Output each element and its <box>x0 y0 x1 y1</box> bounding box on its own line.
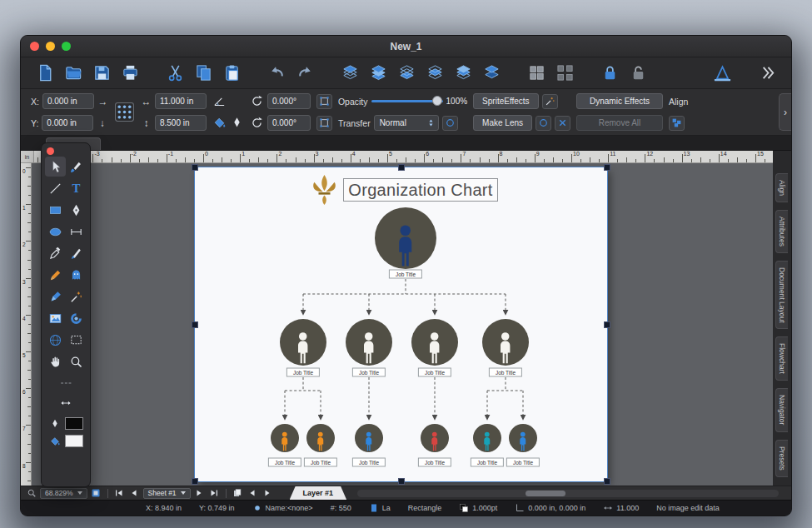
tool-image[interactable] <box>45 308 66 328</box>
tool-select[interactable] <box>45 157 66 177</box>
org-node-label[interactable]: Job Title <box>352 458 386 467</box>
bounds-button-2[interactable] <box>316 116 332 131</box>
bring-to-front-icon[interactable] <box>339 62 361 84</box>
first-sheet-button[interactable] <box>113 487 126 499</box>
stroke-color-swatch[interactable] <box>65 417 83 430</box>
remove-all-button[interactable]: Remove All <box>576 115 663 131</box>
tool-eyedropper[interactable] <box>45 243 66 263</box>
make-lens-button[interactable]: Make Lens <box>473 115 532 131</box>
height-input[interactable]: 8.500 in <box>155 115 207 131</box>
panel-tab-attributes[interactable]: Attributes <box>775 210 788 253</box>
opacity-slider[interactable] <box>371 100 443 102</box>
org-node-label[interactable]: Job Title <box>304 458 337 467</box>
panel-tab-presets[interactable]: Presets <box>775 440 788 477</box>
tool-dimension[interactable] <box>66 222 87 242</box>
org-node-label[interactable]: Job Title <box>268 458 301 467</box>
tool-lasso[interactable] <box>66 330 87 350</box>
horizontal-scrollbar[interactable] <box>357 490 779 497</box>
org-node-label[interactable]: Job Title <box>418 368 451 377</box>
tool-brush[interactable] <box>66 157 87 177</box>
fill-color-swatch[interactable] <box>65 435 83 447</box>
org-node-label[interactable]: Job Title <box>389 270 422 279</box>
canvas[interactable]: Organization Chart Job TitleJob TitleJob… <box>32 163 773 486</box>
reference-point-selector[interactable] <box>114 102 135 122</box>
horizontal-ruler[interactable]: -3-2-10123456789101112131415 <box>34 151 773 163</box>
tool-rectangle[interactable] <box>45 200 66 220</box>
tool-zoom[interactable] <box>66 351 87 371</box>
save-icon[interactable] <box>91 62 112 84</box>
tool-pen[interactable] <box>66 200 87 220</box>
tool-ellipse[interactable] <box>45 222 66 242</box>
tool-ghost[interactable] <box>66 265 87 285</box>
sheet-selector[interactable]: Sheet #1 <box>143 488 191 499</box>
layers-icon[interactable] <box>367 62 389 84</box>
tool-line[interactable] <box>45 178 66 198</box>
ungroup-icon[interactable] <box>554 62 575 84</box>
fill-tool-icon[interactable] <box>212 116 227 130</box>
send-to-back-icon[interactable] <box>396 62 417 84</box>
layers-icon[interactable] <box>232 487 244 499</box>
copy-icon[interactable] <box>192 62 214 84</box>
selection-handle[interactable] <box>398 164 405 171</box>
rotation-icon[interactable] <box>250 94 264 108</box>
vertical-ruler[interactable]: 012345678 <box>21 163 32 486</box>
org-node[interactable] <box>280 319 326 366</box>
palette-close-button[interactable] <box>47 147 54 155</box>
org-node[interactable] <box>473 424 501 452</box>
panel-tab-align[interactable]: Align <box>775 173 788 202</box>
bounds-button[interactable] <box>316 94 332 109</box>
expand-properties-button[interactable]: › <box>779 93 791 131</box>
transfer-options-button[interactable] <box>442 116 458 131</box>
org-node[interactable] <box>355 424 383 452</box>
scrollbar-thumb[interactable] <box>526 491 565 496</box>
tool-text[interactable]: T <box>66 178 87 198</box>
previous-layer-button[interactable] <box>247 487 259 499</box>
tool-hand[interactable] <box>45 351 66 371</box>
cut-icon[interactable] <box>164 62 186 84</box>
tool-marker[interactable] <box>45 286 66 306</box>
selection-handle[interactable] <box>398 478 405 485</box>
skew-icon[interactable] <box>250 116 264 130</box>
tool-gradient[interactable] <box>66 308 87 328</box>
panel-tab-navigator[interactable]: Navigator <box>775 388 788 431</box>
org-node-label[interactable]: Job Title <box>506 458 540 467</box>
panel-tab-flowchart[interactable]: Flowchart <box>775 336 788 381</box>
next-sheet-button[interactable] <box>193 487 206 499</box>
title-bar[interactable]: New_1 <box>21 36 791 57</box>
transfer-mode-dropdown[interactable]: Normal <box>374 115 439 131</box>
previous-sheet-button[interactable] <box>128 487 141 499</box>
width-input[interactable]: 11.000 in <box>155 93 207 109</box>
arrange-icon[interactable] <box>481 62 502 84</box>
selection-handle[interactable] <box>192 321 198 328</box>
selection-handle[interactable] <box>604 321 610 328</box>
redo-icon[interactable] <box>294 62 316 84</box>
org-node-label[interactable]: Job Title <box>418 458 451 467</box>
lens-options-button[interactable] <box>536 116 551 131</box>
dynamic-effects-button[interactable]: Dynamic Effects <box>576 93 663 109</box>
panel-tab-document-layout[interactable]: Document Layout <box>775 261 788 330</box>
org-chart-title[interactable]: Organization Chart <box>343 178 498 202</box>
selection-handle[interactable] <box>604 478 610 485</box>
org-node[interactable] <box>421 424 449 452</box>
rotation-input[interactable]: 0.000° <box>267 93 311 109</box>
undo-icon[interactable] <box>266 62 287 84</box>
org-node[interactable] <box>306 424 335 452</box>
open-icon[interactable] <box>62 62 84 84</box>
lens-remove-button[interactable] <box>555 116 570 131</box>
tool-wand[interactable] <box>66 286 87 306</box>
selection-handle[interactable] <box>192 164 198 171</box>
group-icon[interactable] <box>526 62 547 84</box>
x-direction-icon[interactable]: → <box>97 96 108 107</box>
align-button[interactable] <box>669 116 685 131</box>
x-input[interactable]: 0.000 in <box>42 93 94 109</box>
org-node[interactable] <box>346 319 392 366</box>
sprite-effects-options-button[interactable] <box>542 94 558 109</box>
zoom-fit-button[interactable] <box>90 487 102 499</box>
tool-pencil[interactable] <box>45 265 66 285</box>
zoom-window-button[interactable] <box>62 42 71 51</box>
drafting-icon[interactable] <box>711 62 733 84</box>
print-icon[interactable] <box>119 62 141 84</box>
y-direction-icon[interactable]: ↓ <box>97 117 107 129</box>
org-node-label[interactable]: Job Title <box>489 368 522 377</box>
stroke-tool-icon[interactable] <box>230 116 244 130</box>
